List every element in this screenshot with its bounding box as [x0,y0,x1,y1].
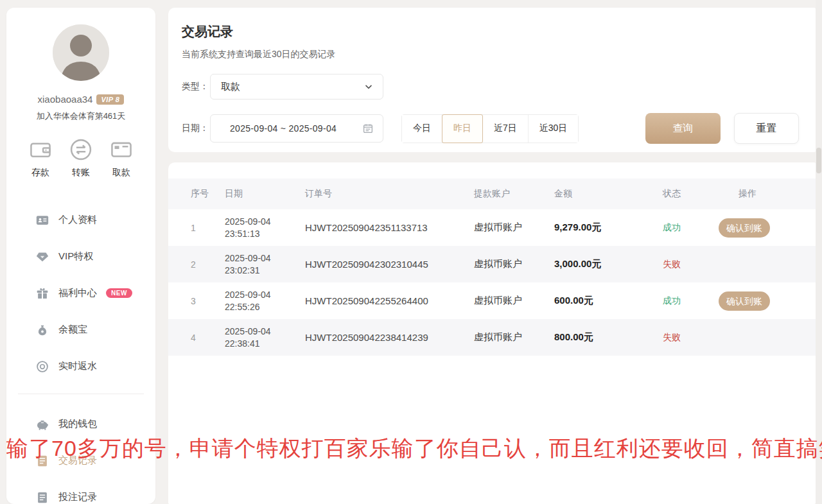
row-status: 失败 [649,332,717,343]
piggy-bank-icon [35,417,49,431]
scrollbar-thumb[interactable] [816,148,821,173]
sidebar-item-yuebao[interactable]: 余额宝 [6,311,155,348]
row-time: 23:02:31 [225,265,260,275]
filter-card: 交易记录 当前系统支持查询最近30日的交易记录 类型： 取款 日期： 2025-… [168,8,816,152]
reset-button[interactable]: 重置 [734,113,799,144]
avatar [53,24,109,81]
row-status: 成功 [649,295,717,307]
transfer-button[interactable]: 转账 [69,137,93,178]
sidebar-item-welfare[interactable]: 福利中心 NEW [6,275,155,311]
vip-badge: VIP 8 [96,94,124,105]
transfer-label: 转账 [72,167,90,178]
col-header-date: 日期 [225,188,305,200]
row-date: 2025-09-04 [225,290,271,300]
bank-card-icon [109,137,134,162]
date-range-value: 2025-09-04 ~ 2025-09-04 [230,123,337,134]
sidebar-item-label: 个人资料 [58,214,97,226]
table-row: 3 2025-09-04 22:55:26 HJWT20250904225526… [168,282,816,319]
row-account: 虚拟币账户 [474,331,554,343]
id-card-icon [35,213,49,227]
deposit-button[interactable]: 存款 [28,137,53,178]
row-datetime: 2025-09-04 23:51:13 [225,216,305,240]
row-status: 失败 [649,259,717,270]
new-badge: NEW [106,288,132,298]
sidebar-item-rebate[interactable]: 实时返水 [6,348,155,385]
sidebar-item-bets[interactable]: 投注记录 [6,479,155,504]
row-time: 22:38:41 [225,338,260,349]
withdraw-label: 取款 [112,167,130,178]
wallet-icon [28,137,53,162]
sidebar-item-label: 福利中心 [58,287,97,299]
row-datetime: 2025-09-04 22:38:41 [225,326,305,350]
money-bag-icon [35,323,49,337]
confirm-received-button[interactable]: 确认到账 [719,291,770,311]
calendar-icon [362,123,374,134]
sidebar-item-label: 实时返水 [58,360,97,372]
gift-icon [35,286,49,300]
row-order-number: HJWT202509042255264400 [305,295,474,306]
row-index: 3 [168,296,225,306]
row-account: 虚拟币账户 [474,222,554,234]
row-order-number: HJWT202509042238414239 [305,332,474,343]
table-row: 4 2025-09-04 22:38:41 HJWT20250904223841… [168,319,816,356]
row-amount: 600.00元 [554,295,649,307]
type-select[interactable]: 取款 [210,74,383,100]
page-subtitle: 当前系统支持查询最近30日的交易记录 [168,40,816,60]
row-order-number: HJWT202509042351133713 [305,222,474,233]
withdraw-button[interactable]: 取款 [109,137,134,178]
table-row: 1 2025-09-04 23:51:13 HJWT20250904235113… [168,209,816,246]
col-header-account: 提款账户 [474,188,554,200]
col-header-status: 状态 [649,188,717,200]
col-header-action: 操作 [717,188,816,200]
range-30days-button[interactable]: 近30日 [529,115,579,143]
sidebar-item-vip[interactable]: VIP特权 [6,238,155,275]
table-row: 2 2025-09-04 23:02:31 HJWT20250904230231… [168,246,816,282]
annotation-overlay-text: 输了70多万的号，申请个特权打百家乐输了你自己认，而且红利还要收回，简直搞笑 [6,434,822,464]
row-time: 22:55:26 [225,302,260,312]
range-7days-button[interactable]: 近7日 [483,115,529,143]
chevron-down-icon [363,82,374,92]
quick-actions: 存款 转账 取款 [6,137,155,178]
page: xiaobaoaa34 VIP 8 加入华体会体育第461天 存款 [0,0,822,504]
diamond-icon [35,250,49,264]
sidebar-divider [18,394,144,394]
join-days-text: 加入华体会体育第461天 [6,110,155,122]
date-range-input[interactable]: 2025-09-04 ~ 2025-09-04 [210,114,383,143]
scrollbar-track[interactable] [816,0,822,504]
row-amount: 800.00元 [554,331,649,343]
date-label: 日期： [182,123,210,134]
row-date: 2025-09-04 [225,216,271,227]
sidebar: xiaobaoaa34 VIP 8 加入华体会体育第461天 存款 [6,8,155,504]
range-yesterday-button[interactable]: 昨日 [442,114,483,143]
date-quick-ranges: 今日 昨日 近7日 近30日 [401,114,579,143]
username: xiaobaoaa34 [38,94,93,105]
page-title: 交易记录 [168,8,816,40]
sidebar-item-label: 投注记录 [58,491,97,503]
row-date: 2025-09-04 [225,326,271,336]
range-today-button[interactable]: 今日 [402,115,442,143]
sidebar-item-profile[interactable]: 个人资料 [6,202,155,238]
rebate-icon [35,360,49,374]
table-header-row: 序号 日期 订单号 提款账户 金额 状态 操作 [168,178,816,209]
sidebar-menu: 个人资料 VIP特权 [6,202,155,385]
row-index: 2 [168,259,225,270]
transfer-icon [69,137,93,162]
search-button[interactable]: 查询 [645,113,721,144]
main-content: 交易记录 当前系统支持查询最近30日的交易记录 类型： 取款 日期： 2025-… [168,8,816,504]
bet-record-icon [35,491,49,504]
col-header-amount: 金额 [554,188,649,200]
row-order-number: HJWT202509042302310445 [305,259,474,270]
row-datetime: 2025-09-04 22:55:26 [225,289,305,313]
sidebar-item-label: 我的钱包 [58,418,97,430]
row-account: 虚拟币账户 [474,295,554,307]
deposit-label: 存款 [31,167,49,178]
confirm-received-button[interactable]: 确认到账 [719,218,770,238]
type-label: 类型： [182,81,210,92]
col-header-order: 订单号 [305,188,474,200]
row-index: 4 [168,333,225,343]
row-account: 虚拟币账户 [474,258,554,270]
type-select-value: 取款 [221,81,240,93]
row-datetime: 2025-09-04 23:02:31 [225,252,305,277]
row-date: 2025-09-04 [225,253,271,263]
row-status: 成功 [649,222,717,234]
